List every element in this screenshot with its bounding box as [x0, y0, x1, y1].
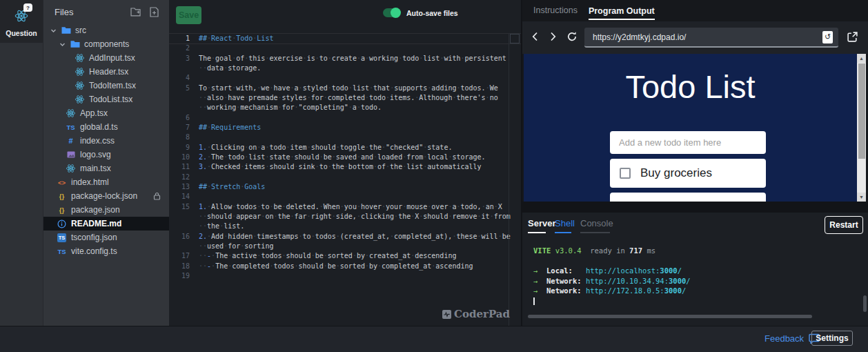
file-tree-item[interactable]: components [43, 37, 169, 51]
file-label: TodoItem.tsx [89, 81, 136, 90]
tab-instructions[interactable]: Instructions [533, 6, 578, 17]
autosave-label: Auto-save files [406, 9, 458, 17]
url-bar[interactable]: https://y2dmtkyj.cdpad.io/ ↺ [584, 28, 838, 48]
editor-content[interactable]: 1##·React·Todo·List23The·goal·of·this·ex… [169, 34, 521, 281]
preview-scrollbar[interactable]: ▲ ▼ [857, 54, 866, 202]
tab-console[interactable]: Console [580, 218, 613, 228]
file-tree-item[interactable]: TodoList.tsx [43, 92, 169, 106]
file-tree-item[interactable]: {}package-lock.json [43, 189, 169, 203]
autosave-toggle[interactable]: Auto-save files [383, 8, 458, 17]
editor-line[interactable]: 8 [169, 133, 521, 142]
line-number: 17 [169, 251, 190, 261]
editor-line[interactable]: 91.·Clicking·on·a·todo·item·should·toggl… [169, 143, 521, 153]
file-tree: srccomponentsAddInput.tsxHeader.tsxTodoI… [43, 23, 169, 258]
file-tree-item[interactable]: Header.tsx [43, 65, 169, 79]
editor-line[interactable]: 113.·Checked·items·should·sink·to·the·bo… [169, 162, 521, 172]
tab-server[interactable]: Server [528, 218, 555, 228]
coderpad-watermark: CoderPad [442, 308, 510, 320]
editor-line[interactable]: 102.·The·todo·list·state·should·be·saved… [169, 153, 521, 162]
file-tree-item[interactable]: logo.svg [43, 148, 169, 162]
editor-line[interactable]: 162.·Add·hidden·timestamps·to·todos·(cre… [169, 232, 521, 242]
file-tree-item[interactable]: {}package.json [43, 203, 169, 217]
toggle-track[interactable] [383, 8, 400, 17]
reload-icon[interactable] [566, 31, 578, 45]
chevron-down-icon[interactable] [50, 28, 59, 34]
editor-line[interactable]: ··used·for·sorting [169, 242, 521, 251]
editor-line[interactable]: 14 [169, 192, 521, 202]
react-icon [74, 81, 86, 90]
chevron-down-icon[interactable] [59, 41, 68, 48]
editor-line[interactable]: 6 [169, 113, 521, 123]
scroll-up-icon[interactable]: ▲ [857, 54, 866, 63]
editor-line-current[interactable]: 1##·React·Todo·List [169, 34, 521, 43]
editor-line[interactable]: ··also·have·premade·styles·for·completed… [169, 93, 521, 103]
save-button[interactable]: Save [176, 6, 201, 24]
terminal-v-scrollbar[interactable] [863, 295, 867, 312]
file-tree-item[interactable]: TStsconfig.json [43, 231, 169, 244]
sidebar-item-question[interactable]: ? Question [0, 0, 43, 43]
line-number [169, 242, 190, 251]
line-text: ##·Stretch·Goals [199, 182, 265, 192]
scroll-down-icon[interactable]: ▼ [857, 193, 866, 202]
line-text: ··data·storage. [199, 63, 261, 73]
file-tree-item[interactable]: README.md [43, 217, 169, 231]
editor-line[interactable]: 151.·Allow·todos·to·be·deleted.·When·you… [169, 202, 521, 212]
todo-item[interactable]: Buy groceries [610, 159, 766, 188]
file-tree-item[interactable]: TSvite.config.ts [43, 244, 169, 258]
new-file-icon[interactable] [147, 6, 161, 18]
line-number: 6 [169, 113, 190, 123]
file-tree-item[interactable]: TodoItem.tsx [43, 79, 169, 92]
settings-button[interactable]: Settings [811, 331, 853, 346]
editor-line[interactable]: ··working·mechanism·for·"completing"·a·t… [169, 103, 521, 113]
tsbox-icon: TS [56, 233, 68, 242]
editor-line[interactable]: ··data·storage. [169, 63, 521, 73]
restart-button[interactable]: Restart [825, 216, 863, 234]
tab-program-output[interactable]: Program Output [589, 6, 655, 20]
page-snapshot-icon[interactable]: ↺ [822, 31, 833, 43]
terminal-output[interactable]: VITE v3.0.4 ready in 717 ms→ Local: http… [533, 246, 691, 306]
new-folder-icon[interactable] [129, 6, 143, 18]
editor-line[interactable]: 13##·Stretch·Goals [169, 182, 521, 192]
editor-line[interactable]: 3The·goal·of·this·exercise·is·to·create·… [169, 54, 521, 63]
line-number: 13 [169, 182, 190, 192]
editor-scrollbar[interactable] [509, 33, 509, 326]
line-text: 1.·Allow·todos·to·be·deleted.·When·you·h… [199, 202, 502, 212]
open-external-icon[interactable] [847, 31, 858, 46]
terminal-text [573, 266, 586, 275]
editor-line[interactable]: 4 [169, 73, 521, 83]
editor-line[interactable]: 7##·Requirements [169, 123, 521, 133]
editor-line[interactable]: 5To·start·with,·we·have·a·styled·todo·li… [169, 84, 521, 93]
ts-icon: TS [56, 248, 68, 255]
line-text: ##·Requirements [199, 123, 261, 133]
preview-scrollbar-thumb[interactable] [858, 63, 865, 159]
tab-shell[interactable]: Shell [555, 218, 575, 228]
line-number: 3 [169, 54, 190, 63]
editor-line[interactable]: 18··-·The·completed·todos·should·be·sort… [169, 262, 521, 271]
editor-line[interactable]: 12 [169, 173, 521, 182]
editor-line[interactable]: ··the·list. [169, 222, 521, 231]
editor-line[interactable]: ··should·appear·on·the·far·right·side,·c… [169, 212, 521, 222]
file-tree-item[interactable]: TSglobal.d.ts [43, 120, 169, 134]
terminal-line [533, 256, 691, 266]
file-tree-item[interactable]: <>index.html [43, 175, 169, 189]
editor-line[interactable]: 19 [169, 271, 521, 281]
file-tree-item[interactable]: main.tsx [43, 162, 169, 175]
terminal-text: ready in [582, 246, 630, 255]
url-text[interactable]: https://y2dmtkyj.cdpad.io/ [593, 32, 822, 42]
back-icon[interactable] [532, 32, 538, 44]
todo-card-partial[interactable] [610, 193, 766, 202]
panel-divider[interactable] [522, 202, 868, 213]
todo-checkbox[interactable] [620, 168, 631, 179]
editor-line[interactable]: 17··-·The·active·todos·should·be·sorted·… [169, 251, 521, 261]
file-tree-item[interactable]: AddInput.tsx [43, 51, 169, 65]
tab-server-underline [528, 232, 546, 233]
file-tree-item[interactable]: App.tsx [43, 106, 169, 120]
terminal-h-scrollbar[interactable] [528, 315, 812, 318]
file-tree-item[interactable]: src [43, 23, 169, 37]
terminal-text: 3000 [660, 266, 677, 275]
forward-icon[interactable] [550, 32, 556, 44]
question-badge: ? [23, 3, 32, 12]
left-icon-rail: ? Question [0, 0, 43, 326]
editor-line[interactable]: 2 [169, 43, 521, 53]
file-tree-item[interactable]: #index.css [43, 134, 169, 148]
